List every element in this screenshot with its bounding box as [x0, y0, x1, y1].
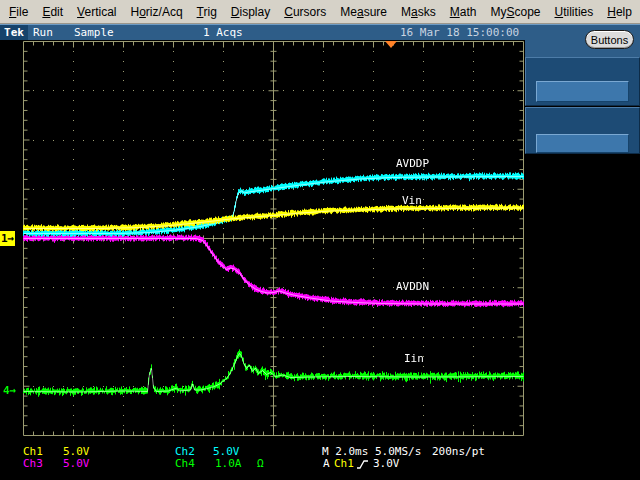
menu-item-edit[interactable]: Edit [35, 2, 70, 22]
datetime-readout: 16 Mar 18 15:00:00 [400, 26, 519, 39]
menu-item-vertical[interactable]: Vertical [70, 2, 123, 22]
side-panel-button-1[interactable] [536, 81, 629, 102]
trace-label-avddp: AVDDP [396, 157, 429, 170]
menu-item-measure[interactable]: Measure [333, 2, 394, 22]
side-panel-slot-2 [525, 107, 640, 154]
menu-item-math[interactable]: Math [443, 2, 484, 22]
resolution-readout: 200ns/pt [432, 445, 485, 458]
menu-item-myscope[interactable]: MyScope [483, 2, 547, 22]
trigger-level-readout: 3.0V [373, 457, 400, 470]
channel-1-reference-marker[interactable]: 1→ [0, 231, 15, 246]
ch3-scale-value: 5.0V [63, 457, 90, 470]
menu-item-utilities[interactable]: Utilities [548, 2, 601, 22]
channel-4-reference-marker[interactable]: 4→ [2, 383, 17, 398]
side-panel-button-2[interactable] [536, 134, 629, 153]
ch4-readout-label[interactable]: Ch4 [175, 457, 195, 470]
menu-item-masks[interactable]: Masks [394, 2, 443, 22]
trace-label-vin: Vin [402, 194, 422, 207]
acquisition-mode: Sample [74, 26, 114, 39]
trace-label-avddn: AVDDN [396, 280, 429, 293]
menu-item-horiz-acq[interactable]: Horiz/Acq [124, 2, 190, 22]
acquisition-count: 1 Acqs [203, 26, 243, 39]
menu-item-help[interactable]: Help [600, 2, 639, 22]
waveform-display [0, 40, 525, 445]
rising-edge-icon [356, 459, 369, 470]
menu-item-trig[interactable]: Trig [190, 2, 224, 22]
side-panel-slot-1 [525, 57, 640, 106]
waveform-area: AVDDPVinAVDDNIin1→4→ [0, 40, 525, 445]
trigger-source-readout: Ch1 [334, 457, 354, 470]
acquisition-state: Run [33, 26, 53, 39]
oscilloscope-screen: FileEditVerticalHoriz/AcqTrigDisplayCurs… [0, 0, 640, 480]
menu-bar: FileEditVerticalHoriz/AcqTrigDisplayCurs… [0, 0, 640, 24]
menu-item-file[interactable]: File [2, 2, 35, 22]
trace-label-iin: Iin [404, 352, 424, 365]
readout-area: Ch1 5.0V Ch3 5.0V Ch2 5.0V Ch4 1.0A Ω M … [0, 443, 640, 480]
menu-item-display[interactable]: Display [224, 2, 277, 22]
trigger-position-marker-icon[interactable] [385, 41, 397, 48]
ch3-readout-label[interactable]: Ch3 [23, 457, 43, 470]
menu-item-cursors[interactable]: Cursors [277, 2, 333, 22]
tek-logo: Tek [0, 25, 28, 40]
trigger-mode-readout: A [323, 457, 330, 470]
ch4-scale-value: 1.0A [215, 457, 242, 470]
ch4-coupling-ohm: Ω [257, 457, 264, 470]
buttons-button[interactable]: Buttons [585, 30, 634, 49]
status-bar: Tek Run Sample 1 Acqs 16 Mar 18 15:00:00 [0, 24, 640, 40]
